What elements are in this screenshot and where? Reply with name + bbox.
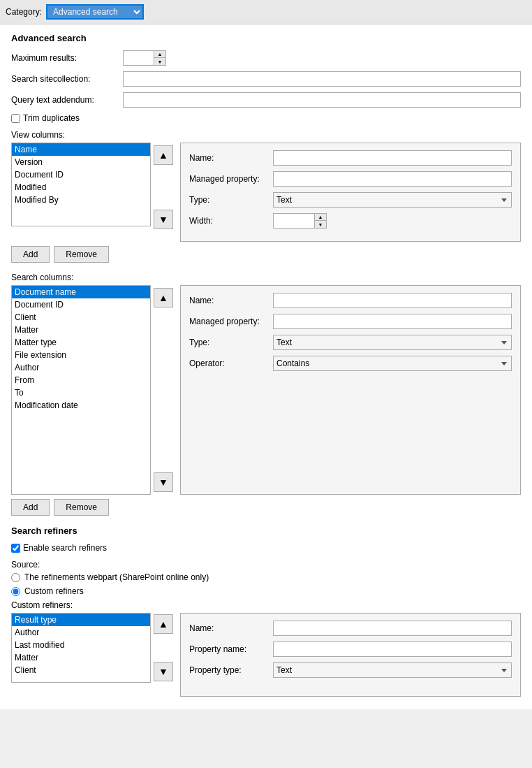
sc-name-label: Name: — [189, 296, 273, 305]
max-results-down-btn[interactable]: ▼ — [154, 58, 165, 65]
vc-name-input[interactable]: Name — [273, 150, 512, 166]
search-columns-listbox[interactable]: Document nameDocument IDClientMatterMatt… — [11, 285, 151, 495]
list-item[interactable]: Client — [12, 664, 150, 676]
list-item[interactable]: Last modified — [12, 639, 150, 651]
trim-duplicates-row: Trim duplicates — [11, 113, 521, 123]
search-columns-remove-btn[interactable]: Remove — [54, 499, 109, 516]
max-results-up-btn[interactable]: ▲ — [154, 51, 165, 58]
list-item[interactable]: From — [12, 374, 150, 386]
enable-refiners-checkbox[interactable] — [11, 544, 20, 553]
list-item[interactable]: Document name — [12, 286, 150, 298]
refiner-properties: Name: Result type Property name: FileTyp… — [180, 613, 521, 697]
search-columns-up-btn[interactable]: ▲ — [154, 288, 173, 307]
view-columns-listbox[interactable]: NameVersionDocument IDModifiedModified B… — [11, 143, 151, 226]
vc-managed-input[interactable]: Filename — [273, 171, 512, 187]
max-results-label: Maximum results: — [11, 53, 123, 63]
list-item[interactable]: Matter type — [12, 336, 150, 349]
view-columns-remove-btn[interactable]: Remove — [54, 246, 109, 263]
custom-refiners-up-btn[interactable]: ▲ — [154, 614, 173, 634]
vc-width-label: Width: — [189, 216, 273, 226]
list-item[interactable]: Modified By — [12, 194, 150, 206]
search-columns-add-btn[interactable]: Add — [11, 499, 50, 516]
sc-name-input[interactable]: Document name — [273, 293, 512, 308]
sc-type-select[interactable]: Text Date Number — [273, 335, 512, 350]
custom-refiners-arrows: ▲ ▼ — [154, 613, 173, 683]
max-results-row: Maximum results: 50 ▲ ▼ — [11, 50, 521, 66]
enable-refiners-row: Enable search refiners — [11, 543, 521, 553]
search-columns-add-remove: Add Remove — [11, 499, 521, 516]
category-dropdown[interactable]: Advanced searchBasic searchCustom — [46, 4, 144, 20]
list-item[interactable]: Author — [12, 361, 150, 374]
view-columns-up-btn[interactable]: ▲ — [154, 145, 173, 165]
vc-width-up-btn[interactable]: ▲ — [315, 214, 326, 221]
vc-type-select[interactable]: Text Date Number — [273, 192, 512, 208]
custom-refiners-listbox[interactable]: Result typeAuthorLast modifiedMatterClie… — [11, 613, 151, 683]
section-title: Advanced search — [11, 33, 521, 43]
trim-duplicates-label: Trim duplicates — [23, 113, 80, 123]
view-columns-section: NameVersionDocument IDModifiedModified B… — [11, 143, 521, 242]
ref-propname-input[interactable]: FileType — [273, 642, 512, 657]
max-results-spinbox[interactable]: 50 ▲ ▼ — [123, 50, 166, 66]
list-item[interactable]: Matter — [12, 651, 150, 664]
category-select-wrapper[interactable]: Advanced searchBasic searchCustom — [46, 4, 144, 20]
sc-managed-row: Managed property: Filename — [189, 314, 512, 329]
list-item[interactable]: Client — [12, 311, 150, 324]
vc-width-spin-buttons: ▲ ▼ — [315, 213, 327, 229]
radio-custom-label: Custom refiners — [24, 586, 84, 596]
list-item[interactable]: Document ID — [12, 168, 150, 181]
ref-proptype-label: Property type: — [189, 665, 273, 675]
ref-propname-row: Property name: FileType — [189, 642, 512, 657]
view-columns-add-remove: Add Remove — [11, 246, 521, 263]
search-columns-arrows: ▲ ▼ — [154, 285, 173, 495]
list-item[interactable]: Modification date — [12, 399, 150, 412]
vc-width-down-btn[interactable]: ▼ — [315, 221, 326, 228]
radio-custom[interactable] — [11, 587, 20, 596]
vc-managed-row: Managed property: Filename — [189, 171, 512, 187]
radio-webpart-label: The refinements webpart (SharePoint onli… — [24, 572, 209, 582]
sc-operator-label: Operator: — [189, 358, 273, 368]
list-item[interactable]: Modified — [12, 181, 150, 194]
vc-width-input[interactable]: 0 — [273, 213, 315, 229]
enable-refiners-label: Enable search refiners — [23, 543, 107, 553]
sc-type-row: Type: Text Date Number — [189, 335, 512, 350]
max-results-input[interactable]: 50 — [123, 50, 154, 66]
custom-refiners-down-btn[interactable]: ▼ — [154, 662, 173, 681]
vc-width-spinbox[interactable]: 0 ▲ ▼ — [273, 213, 512, 229]
list-item[interactable]: File extension — [12, 349, 150, 361]
list-item[interactable]: Result type — [12, 614, 150, 626]
vc-type-label: Type: — [189, 195, 273, 205]
list-item[interactable]: Matter — [12, 324, 150, 336]
ref-name-input[interactable]: Result type — [273, 621, 512, 636]
vc-width-row: Width: 0 ▲ ▼ — [189, 213, 512, 229]
list-item[interactable]: Name — [12, 143, 150, 156]
vc-type-row: Type: Text Date Number — [189, 192, 512, 208]
list-item[interactable]: Author — [12, 626, 150, 639]
vc-managed-label: Managed property: — [189, 174, 273, 184]
list-item[interactable]: Document ID — [12, 298, 150, 311]
view-columns-add-btn[interactable]: Add — [11, 246, 50, 263]
search-sitecollection-label: Search sitecollection: — [11, 74, 123, 84]
search-sitecollection-row: Search sitecollection: / — [11, 71, 521, 87]
search-columns-list-area: Document nameDocument IDClientMatterMatt… — [11, 285, 173, 495]
refiners-title: Search refiners — [11, 526, 521, 536]
custom-refiners-section: Result typeAuthorLast modifiedMatterClie… — [11, 613, 521, 697]
search-columns-section: Document nameDocument IDClientMatterMatt… — [11, 285, 521, 495]
search-column-properties: Name: Document name Managed property: Fi… — [180, 285, 521, 495]
list-item[interactable]: To — [12, 386, 150, 399]
ref-proptype-select[interactable]: Text Date Number — [273, 662, 512, 678]
trim-duplicates-checkbox[interactable] — [11, 114, 20, 123]
search-sitecollection-input[interactable]: / — [123, 71, 521, 87]
query-text-row: Query text addendum: path:https://eponac… — [11, 92, 521, 108]
sc-operator-row: Operator: Contains Equals Starts with Do… — [189, 356, 512, 371]
radio-webpart[interactable] — [11, 573, 20, 582]
view-columns-label: View columns: — [11, 130, 521, 140]
sc-operator-select[interactable]: Contains Equals Starts with Does not con… — [273, 356, 512, 371]
list-item[interactable]: Version — [12, 156, 150, 168]
radio-custom-row: Custom refiners — [11, 586, 521, 596]
ref-propname-label: Property name: — [189, 644, 273, 654]
query-text-input[interactable]: path:https://eponacorplegal.sharepoint.c… — [123, 92, 521, 108]
search-columns-down-btn[interactable]: ▼ — [154, 472, 173, 492]
max-results-spin-buttons: ▲ ▼ — [154, 50, 166, 66]
view-columns-down-btn[interactable]: ▼ — [154, 210, 173, 229]
sc-managed-input[interactable]: Filename — [273, 314, 512, 329]
